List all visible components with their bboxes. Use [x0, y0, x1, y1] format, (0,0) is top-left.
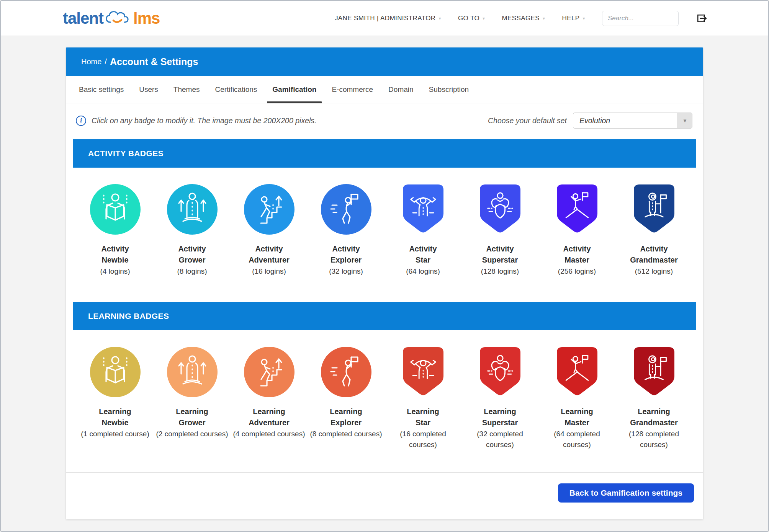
badge-name-line2: Explorer — [308, 255, 384, 266]
badge-name-line1: Learning — [615, 406, 692, 417]
tab-users[interactable]: Users — [131, 76, 166, 103]
badge-name-line2: Newbie — [77, 417, 154, 428]
badge-name-line1: Activity — [615, 243, 692, 255]
user-menu[interactable]: JANE SMITH | ADMINISTRATOR ▾ — [335, 15, 441, 22]
badge-name-line1: Learning — [154, 406, 231, 417]
badge-name-line2: Grower — [154, 255, 231, 266]
badge-image — [461, 184, 538, 235]
back-to-gamification-button[interactable]: Back to Gamification settings — [558, 483, 694, 503]
badge-name-line1: Activity — [154, 243, 231, 255]
tab-certifications[interactable]: Certifications — [208, 76, 265, 103]
badge-image — [538, 346, 615, 398]
badge[interactable]: Activity Star (64 logins) — [384, 184, 461, 277]
badge-image — [615, 346, 692, 398]
badge-name-line1: Activity — [308, 243, 384, 255]
badge-name-line2: Newbie — [77, 255, 154, 266]
logout-icon[interactable] — [695, 13, 707, 24]
talentlms-logo[interactable]: talent lms — [63, 8, 160, 29]
badge-count: (4 logins) — [79, 266, 152, 277]
tab-basic-settings[interactable]: Basic settings — [71, 76, 131, 103]
badge[interactable]: Activity Master (256 logins) — [538, 184, 615, 277]
tab-subscription[interactable]: Subscription — [421, 76, 477, 103]
default-set-label: Choose your default set — [488, 116, 567, 125]
account-settings-card: Home / Account & Settings Basic settings… — [66, 47, 703, 519]
badge[interactable]: Learning Newbie (1 completed course) — [77, 346, 154, 450]
badge-name-line1: Learning — [538, 406, 615, 417]
badge-image — [77, 184, 154, 235]
badge-name-line1: Activity — [461, 243, 538, 255]
tab-themes[interactable]: Themes — [166, 76, 208, 103]
badge[interactable]: Learning Master (64 completed courses) — [538, 346, 615, 450]
tab-domain[interactable]: Domain — [381, 76, 421, 103]
badge-name-line2: Grower — [154, 417, 231, 428]
activity-badges-header: ACTIVITY BADGES — [73, 139, 696, 168]
user-menu-label: JANE SMITH | ADMINISTRATOR — [335, 15, 436, 22]
badge-image — [308, 346, 384, 398]
cloud-smile-icon — [103, 8, 133, 29]
chevron-down-icon: ▾ — [483, 16, 485, 21]
section-title: LEARNING BADGES — [88, 312, 169, 321]
settings-tabs: Basic settings Users Themes Certificatio… — [66, 76, 703, 103]
badge[interactable]: Learning Explorer (8 completed courses) — [308, 346, 384, 450]
badge-name-line1: Learning — [231, 406, 308, 417]
badge-image — [538, 184, 615, 235]
logo-text-talent: talent — [63, 9, 103, 28]
badge-name-line1: Learning — [384, 406, 461, 417]
search-input[interactable] — [602, 11, 679, 26]
nav-go-to[interactable]: GO TO ▾ — [458, 15, 485, 22]
badge[interactable]: Activity Grandmaster (512 logins) — [615, 184, 692, 277]
default-set-select[interactable]: Evolution ▼ — [573, 113, 692, 129]
badge-image — [77, 346, 154, 398]
badge[interactable]: Learning Superstar (32 completed courses… — [461, 346, 538, 450]
badge[interactable]: Learning Grandmaster (128 completed cour… — [615, 346, 692, 450]
badge[interactable]: Activity Explorer (32 logins) — [308, 184, 384, 277]
badge-count: (4 completed courses) — [233, 429, 306, 439]
badge[interactable]: Learning Grower (2 completed courses) — [154, 346, 231, 450]
learning-badges-grid: Learning Newbie (1 completed course) Lea… — [66, 330, 703, 472]
badge-count: (32 completed courses) — [464, 429, 537, 450]
badge-name-line1: Activity — [231, 243, 308, 255]
activity-badges-grid: Activity Newbie (4 logins) Activity Grow… — [66, 168, 703, 299]
badge-count: (8 logins) — [156, 266, 229, 277]
nav-help[interactable]: HELP ▾ — [562, 15, 585, 22]
tab-e-commerce[interactable]: E-commerce — [324, 76, 381, 103]
card-footer: Back to Gamification settings — [66, 472, 703, 519]
tab-gamification[interactable]: Gamification — [265, 76, 324, 103]
badge-image — [615, 184, 692, 235]
badge-count: (512 logins) — [618, 266, 690, 277]
nav-messages[interactable]: MESSAGES ▾ — [502, 15, 545, 22]
badge-image — [461, 346, 538, 398]
select-arrow-icon: ▼ — [677, 113, 692, 128]
badge-name-line1: Learning — [308, 406, 384, 417]
badge-count: (128 completed courses) — [618, 429, 690, 450]
badge[interactable]: Activity Adventurer (16 logins) — [231, 184, 308, 277]
badge-count: (2 completed courses) — [156, 429, 229, 439]
breadcrumb: Home / Account & Settings — [66, 47, 703, 76]
badge-count: (32 logins) — [310, 266, 383, 277]
badge-name-line2: Superstar — [461, 255, 538, 266]
badge-help-text: Click on any badge to modify it. The ima… — [92, 116, 317, 125]
chevron-down-icon: ▾ — [583, 16, 585, 21]
badge-name-line2: Master — [538, 255, 615, 266]
badge[interactable]: Learning Star (16 completed courses) — [384, 346, 461, 450]
badge-count: (8 completed courses) — [310, 429, 383, 439]
badge-count: (16 logins) — [233, 266, 306, 277]
badge-count: (1 completed course) — [79, 429, 152, 439]
badge-name-line2: Grandmaster — [615, 417, 692, 428]
badge-name-line2: Explorer — [308, 417, 384, 428]
breadcrumb-home-link[interactable]: Home — [81, 57, 101, 66]
badge[interactable]: Activity Superstar (128 logins) — [461, 184, 538, 277]
badge-name-line2: Star — [384, 417, 461, 428]
badge[interactable]: Activity Grower (8 logins) — [154, 184, 231, 277]
top-bar: talent lms JANE SMITH | ADMINISTRATOR ▾ … — [1, 1, 768, 36]
badge-image — [384, 184, 461, 235]
nav-messages-label: MESSAGES — [502, 15, 540, 22]
nav-go-to-label: GO TO — [458, 15, 479, 22]
badge[interactable]: Learning Adventurer (4 completed courses… — [231, 346, 308, 450]
badge-name-line2: Star — [384, 255, 461, 266]
badge[interactable]: Activity Newbie (4 logins) — [77, 184, 154, 277]
info-icon: i — [76, 116, 86, 126]
badge-name-line2: Adventurer — [231, 417, 308, 428]
badge-count: (128 logins) — [464, 266, 537, 277]
badge-image — [384, 346, 461, 398]
